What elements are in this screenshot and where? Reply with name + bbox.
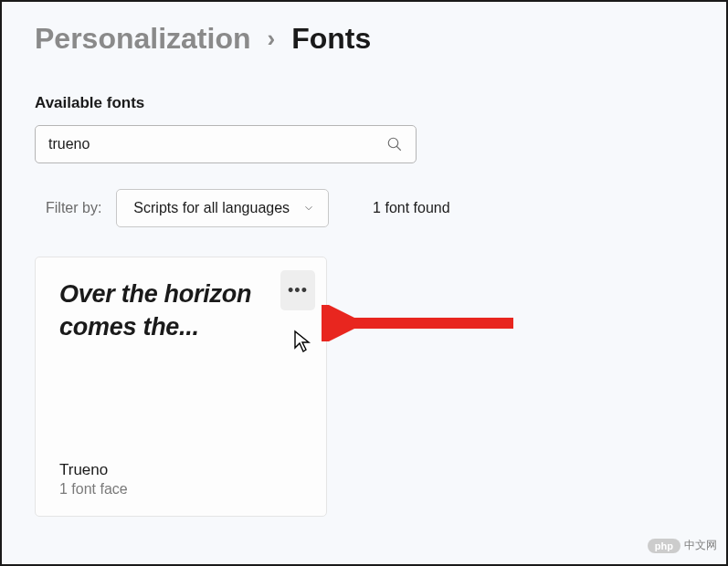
filter-label: Filter by: [46, 200, 101, 216]
search-box[interactable] [35, 125, 417, 163]
more-options-button[interactable]: ••• [280, 270, 315, 310]
ellipsis-icon: ••• [288, 281, 308, 300]
filter-dropdown[interactable]: Scripts for all languages [116, 189, 329, 227]
filter-row: Filter by: Scripts for all languages 1 f… [35, 189, 693, 227]
chevron-right-icon: › [268, 25, 276, 53]
search-icon [386, 136, 403, 152]
font-name: Trueno [59, 461, 302, 479]
watermark-text: 中文网 [684, 538, 717, 553]
font-preview-text: Over the horizon comes the... [59, 278, 302, 344]
filter-selected-text: Scripts for all languages [133, 200, 290, 216]
breadcrumb: Personalization › Fonts [35, 22, 693, 56]
font-info: Trueno 1 font face [59, 461, 302, 498]
watermark-badge: php [648, 539, 681, 553]
breadcrumb-current: Fonts [291, 22, 371, 56]
watermark: php 中文网 [648, 538, 717, 553]
chevron-down-icon [302, 202, 315, 215]
font-faces-count: 1 font face [59, 481, 302, 498]
svg-line-1 [396, 146, 401, 151]
font-card[interactable]: Over the horizon comes the... ••• Trueno… [35, 257, 327, 517]
available-fonts-label: Available fonts [35, 94, 693, 112]
breadcrumb-parent[interactable]: Personalization [35, 22, 251, 56]
result-count: 1 font found [373, 200, 450, 216]
annotation-arrow [322, 305, 522, 341]
svg-point-0 [388, 138, 398, 148]
search-input[interactable] [48, 136, 386, 152]
